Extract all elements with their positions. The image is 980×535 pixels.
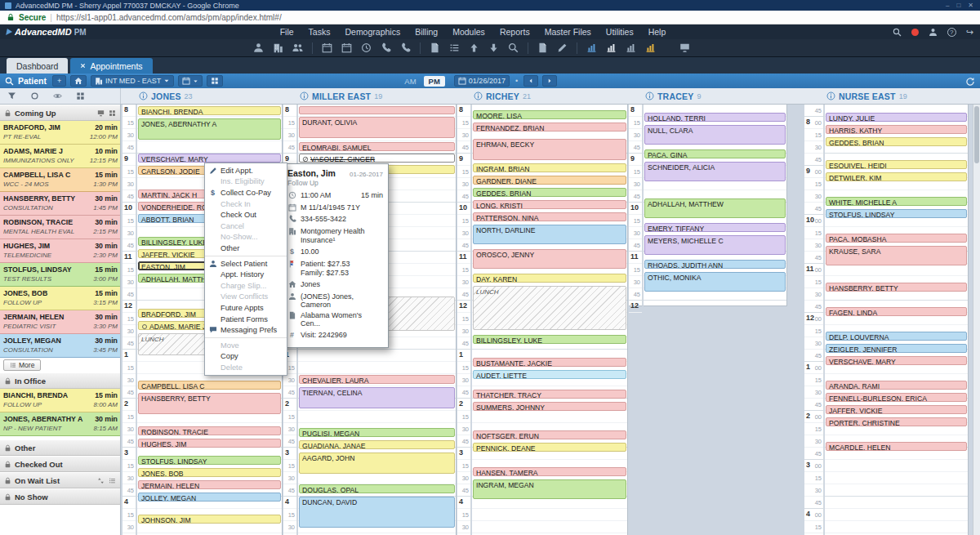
user-icon[interactable]: [929, 28, 938, 37]
appointment-block[interactable]: JONES, ABERNATHY A: [138, 118, 281, 140]
toolbar-superbill-icon[interactable]: [430, 42, 440, 53]
toolbar-group-icon[interactable]: [292, 42, 303, 53]
appointment-block[interactable]: NORTH, DARLINE: [473, 225, 626, 244]
previous-day-button[interactable]: [523, 75, 538, 87]
menu-tasks[interactable]: Tasks: [307, 26, 332, 38]
appointment-block[interactable]: JOLLEY, MEGAN: [138, 493, 281, 502]
context-menu-select-patient[interactable]: Select Patient: [205, 258, 287, 270]
appointment-block[interactable]: AAGARD, JOHN: [299, 453, 455, 474]
column-header-miller-east[interactable]: MILLER EAST19: [300, 88, 382, 104]
appointment-block[interactable]: AUDET, LIETTE: [473, 370, 626, 379]
sidebar-section-coming-up[interactable]: Coming Up: [0, 105, 120, 121]
appointment-block[interactable]: CAMPBELL, LISA C: [138, 381, 281, 390]
sidebar-appointment[interactable]: JOLLEY, MEGAN30 minCONSULTATION3:45 PM: [0, 334, 120, 358]
appointment-block[interactable]: ADHALLAH, MATTHEW: [644, 198, 786, 218]
context-menu-view-conflicts[interactable]: View Conflicts: [205, 292, 287, 303]
appointment-block[interactable]: INGRAM, MEGAN: [473, 479, 626, 499]
view-options-button[interactable]: [178, 75, 203, 87]
sidebar-appointment[interactable]: BRADFORD, JIM20 minPT RE-EVAL12:00 PM: [0, 121, 120, 145]
appointment-block[interactable]: JONES, BOB: [138, 468, 281, 477]
appointment-block[interactable]: GEDDES, BRIAN: [473, 188, 626, 197]
toolbar-patient-phone-icon[interactable]: [381, 42, 391, 53]
toolbar-reports-white-icon[interactable]: [606, 42, 617, 53]
appointment-block[interactable]: LONG, KRISTI: [473, 200, 626, 209]
appointment-block[interactable]: THATCHER, TRACY: [473, 390, 626, 399]
appointment-block[interactable]: ROBINSON, TRACIE: [138, 426, 281, 435]
appointment-block[interactable]: CHEVALIER, LAURA: [299, 375, 455, 384]
context-menu-future-appts[interactable]: Future Appts: [205, 302, 287, 314]
appointment-block[interactable]: KRAUSE, SARA: [826, 246, 967, 265]
appointment-block[interactable]: SUMMERS, JOHNNY: [473, 402, 626, 411]
appointment-block[interactable]: EHRMAN, BECKY: [473, 139, 626, 160]
appointment-block[interactable]: VASQUEZ, GINGER: [299, 154, 455, 163]
toolbar-patient-clock-icon[interactable]: [361, 42, 372, 53]
appointment-block[interactable]: HARRIS, KATHY: [826, 125, 967, 134]
appointment-block[interactable]: MEYERS, MICHELLE C: [644, 235, 786, 255]
menu-file[interactable]: File: [278, 26, 296, 38]
sidebar-section-in-office[interactable]: In Office: [0, 372, 120, 389]
sidebar-appointment[interactable]: STOLFUS, LINDSAY15 minTEST RESULTS3:00 P…: [0, 263, 120, 287]
appointment-block[interactable]: MCARDLE, HELEN: [826, 442, 967, 451]
toolbar-list-icon[interactable]: [449, 42, 460, 53]
appointment-block[interactable]: ESQUIVEL, HEIDI: [826, 160, 967, 169]
logout-icon[interactable]: ↪: [966, 27, 973, 38]
window-minimize-button[interactable]: –: [946, 2, 949, 9]
appointment-block[interactable]: NULL, CLARA: [644, 125, 786, 145]
patient-search-label[interactable]: Patient: [18, 76, 47, 86]
appointment-block[interactable]: HANSBERRY, BETTY: [826, 283, 967, 292]
eye-icon[interactable]: [53, 91, 62, 100]
sidebar-appointment[interactable]: JERMAIN, HELEN30 minPEDIATRIC VISIT3:30 …: [0, 310, 120, 334]
appointment-block[interactable]: EMERY, TIFFANY: [644, 223, 786, 232]
appointment-block[interactable]: OROSCO, JENNY: [473, 249, 626, 269]
column-header-richey[interactable]: RICHEY21: [474, 88, 531, 104]
appointment-block[interactable]: NOFTSGER, ERUN: [473, 430, 626, 439]
appointment-block[interactable]: LUNDY, JULIE: [826, 113, 967, 122]
context-menu-ins-eligibility[interactable]: Ins. Eligibility: [205, 176, 287, 188]
sidebar-appointment[interactable]: ADAMS, MARIE J10 minIMMUNIZATIONS ONLY12…: [0, 145, 120, 168]
menu-master-files[interactable]: Master Files: [543, 26, 593, 38]
menu-demographics[interactable]: Demographics: [343, 26, 402, 38]
toolbar-appointment-calendar-icon[interactable]: [322, 42, 332, 53]
context-menu-delete[interactable]: Delete: [205, 362, 287, 373]
context-menu-other[interactable]: Other: [205, 243, 287, 254]
appointment-block[interactable]: GARDNER, DIANE: [473, 176, 626, 185]
menu-modules[interactable]: Modules: [451, 26, 487, 38]
appointment-block[interactable]: FERNANDEZ, BRIAN: [473, 123, 626, 132]
sidebar-appointment[interactable]: HANSBERRY, BETTY30 minCONSULTATION1:45 P…: [0, 192, 120, 216]
help-icon[interactable]: ?: [947, 28, 956, 37]
menu-reports[interactable]: Reports: [498, 26, 532, 38]
appointment-block[interactable]: HUGHES, JIM: [138, 439, 281, 448]
add-patient-button[interactable]: +: [52, 75, 66, 87]
context-menu-check-in[interactable]: Check In: [205, 198, 287, 210]
appointment-block[interactable]: FAGEN, LINDA: [826, 307, 967, 316]
context-menu-move[interactable]: Move: [205, 340, 287, 351]
appointment-block[interactable]: STOLFUS, LINDSAY: [826, 209, 967, 218]
appointment-block[interactable]: GEDDES, BRIAN: [826, 137, 967, 146]
toolbar-facility-icon[interactable]: [273, 42, 283, 53]
sidebar-appointment[interactable]: HUGHES, JIM30 minTELEMEDICINE2:30 PM: [0, 239, 120, 263]
appointment-block[interactable]: FENNELL-BURLESON, ERICA: [826, 393, 967, 402]
appointment-block[interactable]: ZEIGLER, JENNIFER: [826, 344, 967, 353]
appointment-block[interactable]: HOLLAND, TERRI: [644, 113, 786, 122]
sidebar-appointment[interactable]: BIANCHI, BRENDA15 minFOLLOW UP8:00 AM: [0, 389, 120, 412]
appointment-block[interactable]: PACA, GINA: [644, 149, 786, 158]
appointment-block[interactable]: JERMAIN, HELEN: [138, 480, 281, 489]
sidebar-appointment[interactable]: JONES, ABERNATHY A30 minNP - NEW PATIENT…: [0, 412, 120, 436]
context-menu-messaging-prefs[interactable]: Messaging Prefs: [205, 324, 287, 336]
appointment-block[interactable]: BUSTAMANTE, JACKIE: [473, 358, 626, 367]
toolbar-note-icon[interactable]: [557, 42, 568, 53]
window-close-button[interactable]: ✕: [968, 2, 973, 9]
blocked-time-slot[interactable]: LUNCH: [473, 286, 626, 330]
sidebar-appointment[interactable]: CAMPBELL, LISA C15 minWCC - 24 MOS1:30 P…: [0, 168, 120, 192]
appointment-block[interactable]: DURANT, OLIVIA: [299, 117, 455, 138]
appointment-block[interactable]: OTHIC, MONIKA: [644, 272, 786, 292]
sidebar-section-other[interactable]: Other: [0, 439, 120, 456]
toolbar-monitor-icon[interactable]: [679, 42, 690, 53]
appointment-block[interactable]: VERSCHAVE, MARY: [826, 356, 967, 365]
card-view-icon[interactable]: [76, 91, 85, 100]
context-menu-appt-history[interactable]: Appt. History: [205, 269, 287, 280]
appointment-block[interactable]: PORTER, CHRISTINE: [826, 417, 967, 426]
appointment-block[interactable]: [299, 106, 455, 114]
sidebar-section-no-show[interactable]: No Show: [0, 488, 120, 505]
date-picker-button[interactable]: 01/26/2017: [454, 75, 510, 87]
